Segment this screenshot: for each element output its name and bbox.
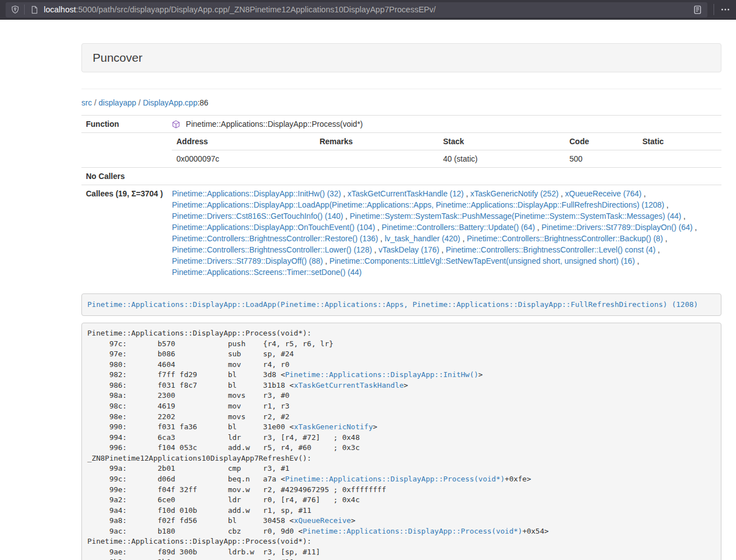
page-content: Puncover src/displayapp/DisplayApp.cpp:8…: [81, 43, 721, 560]
static-value: [638, 150, 721, 168]
callee-link[interactable]: Pinetime::Drivers::St7789::DisplayOff() …: [172, 256, 323, 265]
no-callers-label: No Callers: [81, 168, 167, 185]
metrics-value-row: 0x0000097c 40 (static) 500: [172, 150, 721, 168]
column-header-static: Static: [638, 133, 721, 150]
callee-link[interactable]: Pinetime::Controllers::BrightnessControl…: [172, 234, 378, 243]
column-header-stack: Stack: [438, 133, 565, 150]
toolbar-divider: [714, 4, 714, 15]
callee-link[interactable]: Pinetime::Controllers::Battery::Update()…: [382, 223, 535, 232]
callee-link[interactable]: Pinetime::Controllers::BrightnessControl…: [467, 234, 662, 243]
page-icon: [30, 6, 39, 14]
column-header-address: Address: [172, 133, 315, 150]
url-host: localhost: [44, 5, 76, 14]
selected-symbol-block: Pinetime::Applications::DisplayApp::Load…: [81, 293, 721, 316]
url-bar[interactable]: localhost:5000/path/src/displayapp/Displ…: [6, 2, 707, 17]
function-row-label: Function: [81, 116, 167, 133]
callee-link[interactable]: Pinetime::Controllers::BrightnessControl…: [446, 245, 655, 254]
code-size-value: 500: [565, 150, 638, 168]
divider: [81, 89, 721, 89]
function-row: Function Pinetime::Applications::Display…: [81, 116, 721, 133]
breadcrumb-separator: /: [139, 98, 141, 107]
breadcrumb-link-file[interactable]: DisplayApp.cpp: [143, 98, 197, 107]
no-callers-row: No Callers: [81, 168, 721, 185]
callee-link[interactable]: Pinetime::Drivers::Cst816S::GetTouchInfo…: [172, 212, 343, 221]
function-name-cell: Pinetime::Applications::DisplayApp::Proc…: [167, 116, 721, 133]
address-value: 0x0000097c: [172, 150, 315, 168]
url-text: localhost:5000/path/src/displayapp/Displ…: [44, 5, 688, 14]
disasm-symbol-link[interactable]: xQueueReceive: [294, 516, 351, 525]
app-title: Puncover: [93, 51, 143, 64]
url-path: :5000/path/src/displayapp/DisplayApp.cpp…: [76, 5, 436, 14]
column-header-remarks: Remarks: [315, 133, 438, 150]
breadcrumb-link-src[interactable]: src: [81, 98, 92, 107]
callees-label: Callees (19, Σ=3704 ): [81, 185, 167, 281]
callee-link[interactable]: Pinetime::Applications::Screens::Timer::…: [172, 268, 362, 277]
remarks-value: [315, 150, 438, 168]
callee-link[interactable]: Pinetime::Applications::DisplayApp::Init…: [172, 189, 341, 198]
disasm-symbol-link[interactable]: Pinetime::Applications::DisplayApp::Init…: [285, 370, 478, 379]
selected-symbol-link[interactable]: Pinetime::Applications::DisplayApp::Load…: [88, 300, 698, 309]
disasm-symbol-link[interactable]: xTaskGenericNotify: [294, 423, 373, 431]
callees-list: Pinetime::Applications::DisplayApp::Init…: [167, 185, 721, 281]
breadcrumb: src/displayapp/DisplayApp.cpp:86: [81, 97, 721, 108]
disasm-symbol-link[interactable]: Pinetime::Applications::DisplayApp::Proc…: [285, 475, 505, 483]
callees-row: Callees (19, Σ=3704 ) Pinetime::Applicat…: [81, 185, 721, 281]
disasm-symbol-link[interactable]: Pinetime::Applications::DisplayApp::Proc…: [303, 527, 522, 535]
more-menu-icon[interactable]: [720, 5, 730, 14]
callee-link[interactable]: lv_task_handler (420): [385, 234, 460, 243]
function-table: Function Pinetime::Applications::Display…: [81, 115, 721, 281]
callee-link[interactable]: xQueueReceive (764): [565, 189, 642, 198]
metrics-table: Address Remarks Stack Code Static 0x0000…: [172, 133, 721, 167]
metrics-row: Address Remarks Stack Code Static 0x0000…: [81, 133, 721, 168]
stack-value: 40 (static): [438, 150, 565, 168]
disassembly-block: Pinetime::Applications::DisplayApp::Proc…: [81, 323, 721, 560]
callee-link[interactable]: Pinetime::Drivers::St7789::DisplayOn() (…: [542, 223, 693, 232]
callee-link[interactable]: Pinetime::System::SystemTask::PushMessag…: [350, 212, 682, 221]
column-header-code: Code: [565, 133, 638, 150]
callee-link[interactable]: Pinetime::Components::LittleVgl::SetNewT…: [330, 256, 635, 265]
reader-mode-icon[interactable]: [693, 5, 702, 15]
urlbar-divider: [24, 4, 25, 15]
disasm-symbol-link[interactable]: xTaskGetCurrentTaskHandle: [294, 381, 404, 389]
callee-link[interactable]: xTaskGenericNotify (252): [470, 189, 559, 198]
breadcrumb-link-displayapp[interactable]: displayapp: [99, 98, 136, 107]
package-icon: [172, 120, 180, 128]
callee-link[interactable]: xTaskGetCurrentTaskHandle (12): [348, 189, 464, 198]
callee-link[interactable]: vTaskDelay (176): [378, 245, 439, 254]
browser-window: localhost:5000/path/src/displayapp/Displ…: [0, 0, 736, 560]
function-name: Pinetime::Applications::DisplayApp::Proc…: [186, 120, 363, 128]
breadcrumb-separator: /: [94, 98, 97, 107]
callee-link[interactable]: Pinetime::Controllers::BrightnessControl…: [172, 245, 372, 254]
callee-link[interactable]: Pinetime::Applications::DisplayApp::Load…: [172, 200, 664, 209]
shield-icon[interactable]: [11, 5, 20, 14]
callee-link[interactable]: Pinetime::Applications::DisplayApp::OnTo…: [172, 223, 375, 232]
browser-toolbar: localhost:5000/path/src/displayapp/Displ…: [0, 0, 736, 20]
breadcrumb-line-number: :86: [198, 98, 208, 107]
app-header-panel: Puncover: [81, 43, 721, 72]
